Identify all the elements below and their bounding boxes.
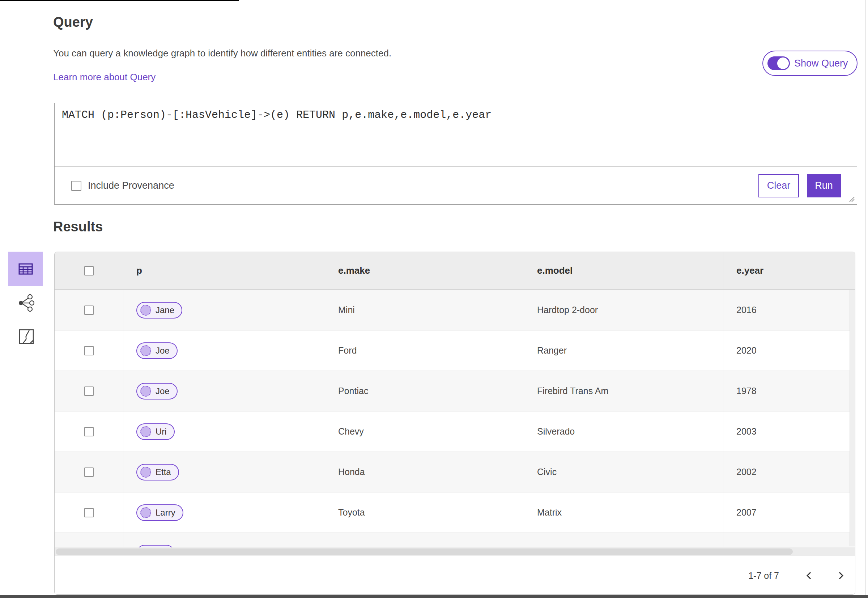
- cell-e-year: 2002: [723, 452, 855, 492]
- table-view-icon: [17, 261, 34, 277]
- cell-e-model: Matrix: [524, 492, 723, 532]
- cell-e-model: Firebird Trans Am: [524, 371, 723, 411]
- row-checkbox[interactable]: [84, 387, 94, 396]
- page-title: Query: [53, 15, 93, 30]
- entity-pill[interactable]: Joe: [136, 383, 178, 399]
- table-row-partial: [55, 532, 855, 547]
- chevron-left-icon: [807, 572, 814, 579]
- run-button[interactable]: Run: [807, 174, 841, 197]
- cell-e-model: Silverado: [524, 411, 723, 451]
- table-row: Joe Pontiac Firebird Trans Am 1978: [55, 371, 855, 411]
- results-table-panel: p e.make e.model e.year Jane Mini Hardto…: [54, 252, 855, 595]
- pagination-range-label: 1-7 of 7: [748, 571, 779, 581]
- cell-e-year: 1978: [723, 371, 855, 411]
- results-heading: Results: [53, 219, 103, 235]
- show-query-toggle[interactable]: Show Query: [762, 51, 858, 76]
- map-view-icon: [18, 328, 35, 345]
- entity-icon: [140, 305, 151, 315]
- cell-e-make: Toyota: [325, 492, 524, 532]
- pagination-next-button[interactable]: [830, 565, 850, 586]
- table-row: Etta Honda Civic 2002: [55, 451, 855, 492]
- column-header-e-year[interactable]: e.year: [723, 252, 855, 289]
- column-header-e-make[interactable]: e.make: [325, 252, 524, 289]
- column-header-p[interactable]: p: [123, 252, 325, 289]
- cell-e-make: [325, 533, 524, 547]
- row-checkbox[interactable]: [84, 305, 94, 315]
- cell-e-make: Ford: [325, 330, 524, 371]
- window-edge-top: [0, 0, 239, 1]
- entity-pill[interactable]: Jane: [136, 302, 182, 318]
- pagination-prev-button[interactable]: [800, 565, 820, 586]
- cell-e-year: 2003: [723, 411, 855, 451]
- entity-pill[interactable]: Joe: [136, 342, 178, 359]
- entity-pill[interactable]: Uri: [136, 423, 175, 440]
- entity-icon: [140, 345, 151, 356]
- view-switcher-table-view[interactable]: [8, 252, 43, 286]
- row-checkbox[interactable]: [84, 427, 94, 437]
- view-switcher-link-chart-view[interactable]: [16, 293, 36, 313]
- entity-label: Uri: [156, 427, 167, 437]
- table-row: Larry Toyota Matrix 2007: [55, 492, 855, 532]
- table-row: Uri Chevy Silverado 2003: [55, 411, 855, 451]
- entity-pill[interactable]: [136, 545, 175, 547]
- entity-label: Joe: [156, 386, 170, 396]
- cell-e-year: 2016: [723, 290, 855, 330]
- cell-e-make: Pontiac: [325, 371, 524, 411]
- toggle-switch-icon[interactable]: [768, 57, 790, 70]
- horizontal-scrollbar-thumb[interactable]: [56, 549, 793, 555]
- editor-footer: Include Provenance Clear Run: [55, 166, 857, 205]
- entity-label: Etta: [156, 467, 171, 477]
- query-editor-panel: MATCH (p:Person)-[:HasVehicle]->(e) RETU…: [54, 103, 857, 205]
- query-textarea[interactable]: MATCH (p:Person)-[:HasVehicle]->(e) RETU…: [55, 103, 857, 166]
- query-page: Query You can query a knowledge graph to…: [0, 0, 868, 598]
- chevron-right-icon: [836, 572, 843, 579]
- row-checkbox[interactable]: [84, 468, 94, 477]
- link-chart-view-icon: [16, 294, 36, 312]
- entity-icon: [140, 426, 151, 437]
- view-switcher-map-view[interactable]: [17, 327, 36, 345]
- cell-e-year: [723, 533, 855, 547]
- include-provenance-option[interactable]: Include Provenance: [71, 180, 174, 191]
- window-edge-bottom: [0, 595, 868, 598]
- entity-label: Joe: [156, 345, 170, 356]
- include-provenance-checkbox[interactable]: [71, 181, 81, 191]
- row-checkbox[interactable]: [84, 508, 94, 517]
- include-provenance-label: Include Provenance: [88, 180, 174, 191]
- entity-pill[interactable]: Larry: [136, 504, 183, 521]
- entity-pill[interactable]: Etta: [136, 464, 179, 480]
- cell-e-model: [524, 533, 723, 547]
- header-checkbox-cell: [55, 252, 123, 289]
- cell-e-make: Mini: [325, 290, 524, 330]
- window-edge-right: [865, 0, 865, 598]
- cell-e-year: 2007: [723, 492, 855, 532]
- entity-icon: [140, 386, 151, 397]
- entity-icon: [140, 467, 151, 478]
- entity-icon: [140, 507, 151, 518]
- cell-e-model: Civic: [524, 452, 723, 492]
- show-query-label: Show Query: [794, 58, 848, 69]
- entity-label: Larry: [156, 508, 175, 518]
- learn-more-link[interactable]: Learn more about Query: [53, 72, 156, 83]
- horizontal-scrollbar[interactable]: [55, 547, 855, 556]
- table-footer: 1-7 of 7: [55, 556, 855, 595]
- entity-label: Jane: [156, 305, 174, 315]
- cell-e-make: Honda: [325, 452, 524, 492]
- toggle-knob: [777, 57, 789, 69]
- page-description: You can query a knowledge graph to ident…: [53, 48, 391, 59]
- clear-button[interactable]: Clear: [759, 174, 799, 197]
- editor-buttons: Clear Run: [759, 174, 841, 197]
- table-header-row: p e.make e.model e.year: [55, 252, 855, 290]
- cell-e-model: Ranger: [524, 330, 723, 371]
- cell-e-model: Hardtop 2-door: [524, 290, 723, 330]
- vertical-scrollbar[interactable]: [850, 290, 855, 546]
- select-all-checkbox[interactable]: [84, 266, 94, 275]
- cell-e-make: Chevy: [325, 411, 524, 451]
- table-row: Joe Ford Ranger 2020: [55, 330, 855, 371]
- column-header-e-model[interactable]: e.model: [524, 252, 723, 289]
- resize-grip-icon[interactable]: [848, 196, 855, 202]
- row-checkbox[interactable]: [84, 346, 94, 356]
- cell-e-year: 2020: [723, 330, 855, 371]
- table-row: Jane Mini Hardtop 2-door 2016: [55, 290, 855, 330]
